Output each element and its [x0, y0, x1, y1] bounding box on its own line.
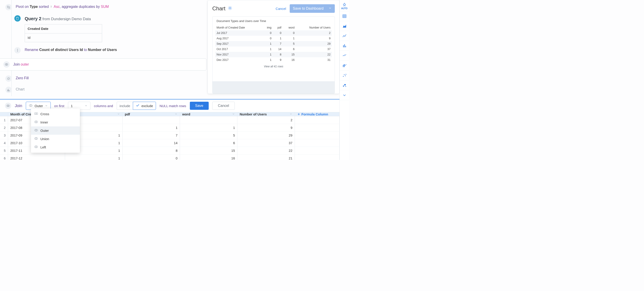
- chart-header: Chart Cancel Save to Dashboard: [212, 3, 335, 17]
- query-title: Query 2: [25, 16, 41, 21]
- query-source: Dundersign Demo Data: [51, 17, 91, 21]
- chart-table-row: Dec 2017191631: [215, 57, 332, 63]
- col-row: Id: [25, 34, 102, 42]
- rail-line-icon[interactable]: [340, 31, 349, 41]
- chart-icon: [6, 87, 12, 93]
- columns-and-label: columns and: [94, 104, 113, 108]
- pivot-dir: Asc: [54, 5, 60, 9]
- rail-auto[interactable]: AUTO: [340, 1, 349, 11]
- query-step[interactable]: Query 2 from Dundersign Demo Data Create…: [18, 14, 211, 45]
- col-header: Created Date: [25, 25, 102, 34]
- chart-type-rail: AUTO: [340, 0, 349, 160]
- cancel-button[interactable]: Cancel: [212, 102, 235, 110]
- plus-icon: [297, 113, 300, 116]
- save-to-dashboard-button[interactable]: Save to Dashboard: [290, 4, 335, 13]
- join-type-value: Outer: [34, 104, 43, 108]
- pipeline: Pivot on Type sorted Asc, aggregate dupl…: [0, 0, 211, 96]
- grid-col-4-label: Number of Users: [240, 112, 267, 116]
- dropdown-item-outer[interactable]: Outer: [31, 126, 80, 135]
- grid-col-2-label: pdf: [125, 112, 130, 116]
- zerofill-icon: [6, 76, 12, 82]
- grid-col-3-label: word: [182, 112, 190, 116]
- on-first-label: on first: [54, 104, 64, 108]
- chevron-down-icon: [232, 112, 235, 116]
- rail-more-icon[interactable]: [340, 90, 349, 100]
- ct-h3: word: [283, 25, 296, 30]
- rail-area-icon[interactable]: [340, 21, 349, 31]
- save-dash-label: Save to Dashboard: [293, 7, 324, 11]
- null-match-label: NULL match rows: [160, 104, 186, 108]
- chart-table-row: Oct 2017114637: [215, 47, 332, 52]
- exclude-label: exclude: [141, 104, 153, 108]
- pivot-icon: [6, 4, 12, 10]
- save-button[interactable]: Save: [190, 102, 209, 110]
- chart-title-row: Chart: [212, 6, 232, 12]
- query-from: from: [42, 17, 50, 21]
- join-step[interactable]: Join outer: [2, 57, 211, 74]
- check-icon: [136, 104, 140, 108]
- view-all-rows-link[interactable]: View all 41 rows: [215, 63, 332, 70]
- include-toggle[interactable]: include: [117, 102, 133, 110]
- pivot-step[interactable]: Pivot on Type sorted Asc, aggregate dupl…: [8, 0, 211, 14]
- pivot-agg: SUM: [101, 5, 109, 9]
- chart-body: Document Types and Users over Time Month…: [212, 17, 335, 94]
- rename-to: Number of Users: [88, 48, 117, 52]
- dropdown-item-union[interactable]: Union: [31, 135, 80, 143]
- chart-table-row: Aug 20170119: [215, 36, 332, 41]
- rail-bar-icon[interactable]: [340, 41, 349, 51]
- ct-h2: pdf: [273, 25, 283, 30]
- join-type-text: outer: [21, 62, 29, 66]
- rail-sparkline-icon[interactable]: [340, 51, 349, 61]
- formula-column-add[interactable]: Formula Column: [295, 112, 340, 116]
- join-verb: Join: [13, 62, 20, 66]
- grid-col-3[interactable]: word: [180, 112, 238, 116]
- ct-h1: img: [262, 25, 273, 30]
- rail-combo-icon[interactable]: [340, 61, 349, 71]
- join-icon: [3, 61, 10, 68]
- on-first-n: 1: [71, 104, 73, 108]
- chart-preview-table: Month of Created Date img pdf word Numbe…: [215, 25, 332, 63]
- dropdown-item-cross[interactable]: Cross: [31, 110, 80, 118]
- database-icon: [14, 15, 21, 22]
- pivot-field: Type: [30, 5, 38, 9]
- chevron-down-icon: [174, 112, 178, 116]
- join-type-dropdown: CrossInnerOuterUnionLeft: [31, 108, 80, 153]
- caret-down-icon: [328, 7, 332, 11]
- rail-table-icon[interactable]: [340, 11, 349, 21]
- chart-subtitle: Document Types and Users over Time: [215, 19, 332, 25]
- chart-step-label: Chart: [16, 87, 24, 92]
- gear-icon[interactable]: [228, 6, 232, 12]
- table-row: 6 2017-12 1 0 16 21: [0, 154, 340, 160]
- pivot-label: Pivot on: [16, 5, 29, 9]
- rail-bubble-icon[interactable]: [340, 80, 349, 90]
- grid-col-4[interactable]: Number of Users: [238, 112, 295, 116]
- ct-h4: Number of Users: [296, 25, 332, 30]
- chart-table-row: Jul 20170002: [215, 30, 332, 36]
- rename-step[interactable]: Rename Count of distinct Users Id to Num…: [18, 45, 211, 57]
- chart-table-row: Nov 2017181522: [215, 52, 332, 57]
- rename-verb: Rename: [25, 48, 38, 52]
- rail-auto-label: AUTO: [341, 7, 347, 10]
- query-columns-box: Created Date Id: [25, 24, 102, 42]
- chart-title: Chart: [212, 6, 226, 12]
- dropdown-item-inner[interactable]: Inner: [31, 118, 80, 126]
- grid-col-2[interactable]: pdf: [122, 112, 180, 116]
- chart-table-row: Sep 201717529: [215, 41, 332, 47]
- chevron-down-icon: [84, 104, 88, 108]
- chart-step[interactable]: Chart: [8, 85, 211, 96]
- chevron-down-icon: [45, 104, 48, 108]
- chart-panel: Chart Cancel Save to Dashboard Document …: [208, 0, 340, 94]
- join-type-icon: [29, 104, 33, 108]
- chevron-down-icon: [290, 112, 292, 116]
- dropdown-item-left[interactable]: Left: [31, 143, 80, 151]
- exclude-toggle[interactable]: exclude: [133, 102, 156, 110]
- formula-column-label: Formula Column: [301, 112, 328, 116]
- grid-idx-header: [0, 112, 8, 116]
- toolbar-join-icon: [5, 103, 11, 109]
- chart-cancel-link[interactable]: Cancel: [276, 7, 286, 11]
- zerofill-step[interactable]: Zero Fill: [8, 74, 211, 85]
- sort-icon: [50, 5, 53, 9]
- chart-footer-band: [212, 81, 334, 93]
- rename-from: Count of distinct Users Id: [39, 48, 83, 52]
- rail-scatter-icon[interactable]: [340, 71, 349, 80]
